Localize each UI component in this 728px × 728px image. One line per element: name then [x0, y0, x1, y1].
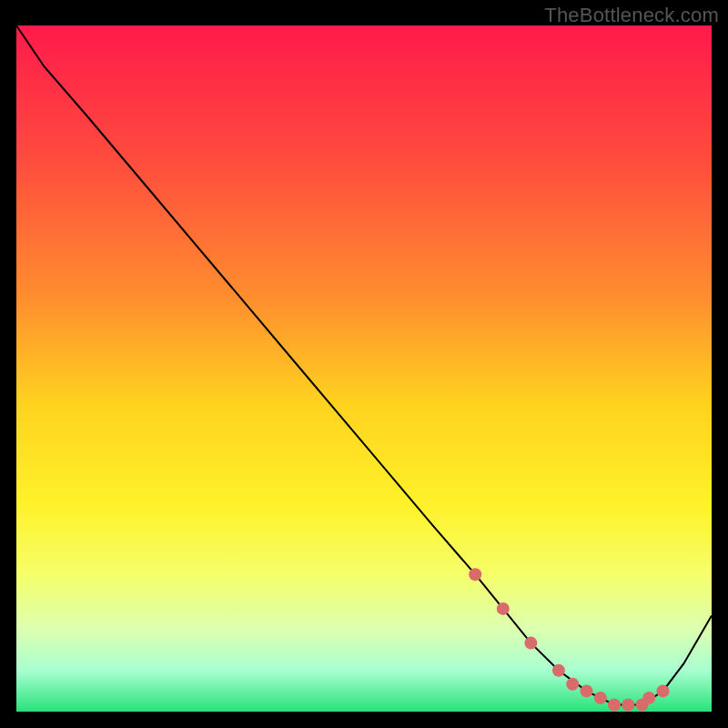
- data-dot: [581, 684, 593, 697]
- data-dot: [642, 692, 655, 704]
- bottleneck-chart: [0, 0, 728, 728]
- data-dot: [524, 637, 537, 650]
- data-dot: [657, 684, 670, 697]
- data-dot: [594, 692, 607, 704]
- gradient-background: [16, 25, 712, 712]
- data-dot: [552, 664, 565, 677]
- data-dot: [608, 699, 621, 712]
- data-dot: [469, 568, 481, 581]
- data-dot: [622, 699, 634, 712]
- data-dot: [497, 602, 510, 615]
- chart-root: TheBottleneck.com: [0, 0, 728, 728]
- watermark-text: TheBottleneck.com: [544, 4, 719, 27]
- data-dot: [566, 678, 579, 691]
